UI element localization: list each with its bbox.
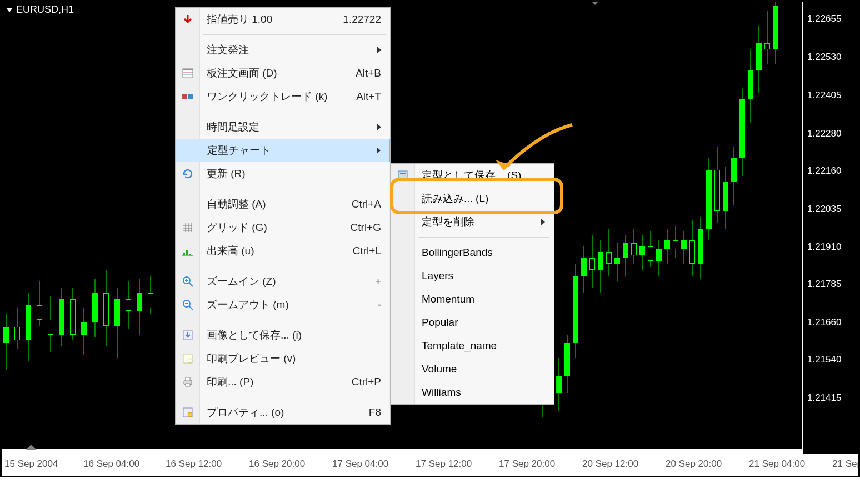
menu-item-label: 自動調整 (A) (207, 197, 335, 211)
candle (756, 0, 762, 449)
candle (598, 0, 603, 449)
time-tick: 16 Sep 04:00 (83, 458, 139, 470)
time-tick: 17 Sep 20:00 (499, 458, 555, 470)
submenu-item-label: Layers (422, 270, 545, 282)
candle (81, 0, 87, 449)
menu-item-shortcut: Alt+B (356, 67, 381, 79)
menu-item[interactable]: 注文発注 (176, 38, 390, 62)
candle (26, 0, 31, 449)
time-tick: 15 Sep 2004 (4, 458, 58, 470)
svg-rect-7 (186, 250, 188, 255)
menu-item[interactable]: ズームアウト (m)- (176, 293, 390, 316)
menu-item-shortcut: Ctrl+P (352, 376, 381, 388)
time-tick: 16 Sep 12:00 (166, 458, 222, 470)
menu-item-label: 印刷... (P) (207, 375, 335, 389)
menu-item[interactable]: 印刷プレビュー (v) (176, 347, 390, 370)
candle (648, 0, 653, 449)
menu-item[interactable]: 指値売り 1.001.22722 (176, 8, 390, 31)
menu-item[interactable]: ズームイン (Z)+ (176, 270, 390, 293)
time-tick: 16 Sep 20:00 (249, 458, 305, 470)
time-tick: 20 Sep 20:00 (666, 458, 722, 470)
menu-item[interactable]: 定型チャート (176, 139, 390, 162)
menu-item[interactable]: 更新 (R) (176, 162, 390, 185)
submenu-arrow-icon (541, 219, 545, 225)
submenu-item[interactable]: Momentum (391, 288, 554, 311)
submenu-item[interactable]: 定型として保存... (S) (391, 164, 554, 187)
menu-item-label: 定型チャート (207, 143, 360, 158)
svg-rect-21 (186, 377, 190, 381)
menu-item[interactable]: 板注文画面 (D)Alt+B (176, 62, 390, 85)
menu-separator (203, 266, 386, 266)
candle (37, 0, 42, 449)
candle (103, 0, 109, 449)
candle (126, 0, 131, 449)
sell-arrow-icon (181, 13, 194, 26)
menu-item[interactable]: グリッド (G)Ctrl+G (176, 216, 390, 239)
time-tick: 20 Sep 12:00 (582, 458, 638, 470)
zoom-in-icon (181, 275, 194, 288)
candle (564, 0, 570, 449)
submenu-item-label: Template_name (422, 340, 545, 352)
candle (631, 0, 637, 449)
menu-item-label: 板注文画面 (D) (207, 66, 339, 80)
menu-item[interactable]: 時間足設定 (176, 115, 390, 139)
submenu-arrow-icon (377, 147, 381, 154)
menu-item-label: 指値売り 1.00 (207, 12, 326, 27)
menu-item[interactable]: ワンクリックトレード (k)Alt+T (176, 85, 390, 108)
volume-icon (181, 244, 194, 258)
candle (137, 0, 142, 449)
submenu-item[interactable]: Volume (391, 357, 554, 381)
menu-item[interactable]: 画像として保存... (i) (176, 324, 390, 347)
submenu-item[interactable]: 読み込み... (L) (391, 187, 554, 210)
submenu-item-label: Popular (422, 316, 545, 329)
svg-line-15 (189, 306, 193, 310)
submenu-item-label: 読み込み... (L) (422, 191, 545, 206)
menu-item-label: 時間足設定 (207, 120, 361, 134)
candle (573, 0, 578, 449)
svg-rect-6 (183, 253, 185, 255)
menu-item-label: 出来高 (u) (207, 244, 336, 258)
properties-icon (181, 406, 194, 419)
submenu-item-label: Volume (422, 363, 545, 375)
submenu-item[interactable]: Layers (391, 264, 554, 288)
menu-item[interactable]: 出来高 (u)Ctrl+L (176, 239, 390, 263)
menu-item-label: 注文発注 (207, 43, 361, 57)
submenu-item[interactable]: Williams (391, 381, 554, 404)
price-tick: 1.21540 (807, 354, 841, 365)
candle (739, 0, 745, 449)
price-tick: 1.22530 (807, 52, 841, 63)
submenu-item-label: BollingerBands (422, 246, 545, 259)
menu-separator (418, 237, 549, 238)
svg-point-24 (188, 412, 192, 417)
candle (614, 0, 620, 449)
submenu-item-label: 定型として保存... (S) (422, 168, 545, 183)
templates-submenu[interactable]: 定型として保存... (S)読み込み... (L)定型を削除BollingerB… (390, 163, 554, 405)
svg-line-11 (189, 283, 193, 286)
submenu-item[interactable]: Template_name (391, 334, 554, 357)
menu-item-label: ワンクリックトレード (k) (207, 89, 339, 104)
menu-item[interactable]: 印刷... (P)Ctrl+P (176, 370, 390, 394)
submenu-item[interactable]: Popular (391, 311, 554, 334)
menu-item-shortcut: F8 (369, 406, 381, 419)
candle (639, 0, 645, 449)
candle (656, 0, 662, 449)
svg-rect-22 (186, 384, 190, 386)
context-menu[interactable]: 指値売り 1.001.22722注文発注板注文画面 (D)Alt+Bワンクリック… (175, 7, 391, 425)
candle (723, 0, 728, 449)
menu-item-label: グリッド (G) (207, 220, 334, 235)
candle (673, 0, 678, 449)
price-tick: 1.22405 (807, 90, 841, 101)
time-tick: 17 Sep 04:00 (332, 458, 388, 470)
submenu-item-label: 定型を削除 (422, 215, 524, 229)
menu-separator (203, 112, 386, 112)
submenu-item[interactable]: 定型を削除 (391, 210, 554, 234)
menu-item-shortcut: 1.22722 (343, 13, 381, 26)
time-tick: 21 Sep 04:00 (749, 458, 805, 470)
menu-item[interactable]: 自動調整 (A)Ctrl+A (176, 193, 390, 216)
menu-item-label: 更新 (R) (207, 167, 381, 181)
candle (764, 0, 770, 449)
candle (92, 0, 98, 449)
menu-separator (203, 320, 386, 320)
menu-item[interactable]: プロパティ... (o)F8 (176, 401, 390, 424)
submenu-item[interactable]: BollingerBands (391, 241, 554, 264)
